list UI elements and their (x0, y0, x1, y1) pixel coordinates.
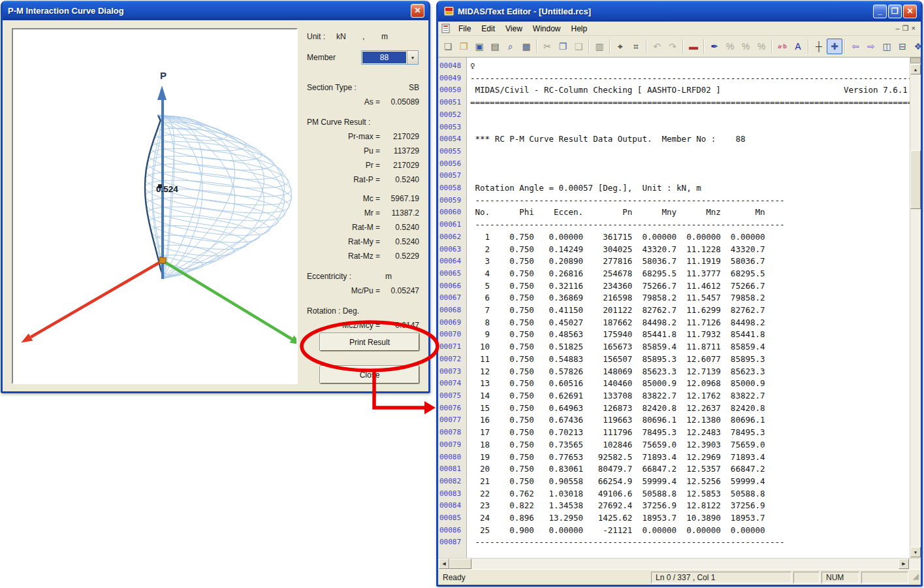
unit-value-length: m (381, 32, 388, 41)
mdi-minimize-icon[interactable]: – (896, 24, 900, 33)
member-combobox[interactable]: 88 ▼ (361, 50, 419, 65)
section-heading: PM Curve Result : (307, 118, 370, 127)
scroll-up-icon[interactable]: ▲ (910, 64, 921, 74)
print-icon[interactable]: ▤ (487, 39, 503, 54)
close-button[interactable]: Close (320, 366, 419, 384)
menu-view[interactable]: View (500, 23, 528, 35)
print-result-button[interactable]: Print Result (320, 333, 419, 351)
line-number: 00056 (439, 158, 466, 171)
ab-icon[interactable]: a·b (774, 39, 790, 54)
editor-line: 1 0.750 0.00000 361715 0.00000 0.00000 0… (470, 231, 910, 244)
menu-edit[interactable]: Edit (476, 23, 500, 35)
percent-1-icon[interactable]: % (722, 39, 738, 54)
editor-line: 25 0.900 0.00000 -21121 0.00000 0.00000 … (470, 525, 910, 537)
font-icon[interactable]: A (790, 39, 806, 54)
horizontal-scroll-thumb[interactable] (449, 559, 471, 569)
resize-grip[interactable]: ◢ (910, 572, 919, 583)
editor-titlebar[interactable]: MIDAS/Text Editor - [Untitled.rcs] _ ❐ ✕ (438, 1, 921, 22)
status-pane-empty-2 (861, 572, 908, 583)
redo-icon[interactable]: ↷ (665, 39, 680, 54)
print-preview-icon[interactable]: ⌕ (503, 39, 518, 54)
split-horizontal-icon[interactable]: ⊟ (895, 39, 910, 54)
editor-menubar: FileEditViewWindowHelp –❐× (438, 22, 921, 36)
toolbar-separator (609, 39, 611, 54)
paste-icon[interactable]: ❑ (571, 39, 586, 54)
scroll-right-icon[interactable]: ▶ (899, 559, 909, 569)
editor-line: 21 0.750 0.90558 66254.9 59999.4 12.5256… (470, 476, 910, 488)
cut-icon[interactable]: ✂ (539, 39, 555, 54)
open-icon[interactable]: ❒ (456, 39, 471, 54)
result-value: 217029 (380, 161, 422, 170)
line-number: 00065 (439, 268, 466, 280)
menu-window[interactable]: Window (528, 23, 566, 35)
menu-file[interactable]: File (453, 23, 476, 35)
line-number: 00069 (439, 317, 466, 329)
dialog-titlebar[interactable]: P-M Interaction Curve Dialog ✕ (3, 1, 428, 20)
line-number: 00063 (439, 244, 466, 256)
result-label: Section Type : (300, 83, 380, 92)
ratio-point-label: 0.524 (156, 184, 178, 194)
percent-2-icon[interactable]: % (738, 39, 754, 54)
line-number: 00076 (439, 402, 466, 415)
cursor-position: Ln 0 / 337 , Col 1 (651, 572, 791, 583)
window-prev-icon[interactable]: ⇦ (848, 39, 863, 54)
split-vertical-icon[interactable]: ◫ (879, 39, 895, 54)
window-next-icon[interactable]: ⇨ (863, 39, 879, 54)
result-value: 0.5240 (380, 237, 422, 246)
scroll-down-icon[interactable]: ▼ (910, 547, 921, 557)
find-next-icon[interactable]: ⌗ (628, 39, 644, 54)
save-block-icon[interactable]: ▥ (592, 39, 607, 54)
editor-line: ----------------------------------------… (470, 219, 910, 231)
line-number: 00048 (439, 60, 466, 73)
editor-line: 9 0.750 0.48563 175940 85441.8 11.7932 8… (470, 329, 910, 341)
chevron-down-icon[interactable]: ▼ (407, 51, 418, 64)
pan-icon[interactable]: ✚ (827, 39, 842, 54)
result-label: Pr = (300, 161, 380, 170)
close-icon[interactable]: ✕ (903, 5, 917, 18)
ink-icon[interactable]: ✒ (707, 39, 722, 54)
result-value: 0.05089 (380, 97, 422, 106)
find-icon[interactable]: ⌖ (613, 39, 628, 54)
mdi-close-icon[interactable]: × (912, 24, 916, 33)
compare-icon[interactable]: ▬ (686, 39, 701, 54)
toolbar-separator (703, 39, 705, 54)
mdi-restore-icon[interactable]: ❐ (902, 24, 909, 33)
editor-line: 7 0.750 0.41150 201122 82762.7 11.6299 8… (470, 304, 910, 317)
pm-curve-plot[interactable]: 0.524P (12, 28, 298, 384)
cascade-icon[interactable]: ❖ (910, 39, 924, 54)
minimize-icon[interactable]: _ (873, 5, 887, 18)
line-number: 00058 (439, 182, 466, 195)
result-label: Rat-My = (300, 237, 380, 246)
page-setup-icon[interactable]: ▦ (518, 39, 534, 54)
undo-icon[interactable]: ↶ (649, 39, 665, 54)
caret-icon[interactable]: ┼ (811, 39, 827, 54)
copy-icon[interactable]: ❐ (555, 39, 571, 54)
percent-3-icon[interactable]: % (754, 39, 769, 54)
editor-line: ♀ (470, 60, 910, 73)
editor-line: 17 0.750 0.70213 111796 78495.3 12.2483 … (470, 427, 910, 439)
result-row: Rat-P =0.5240 (300, 172, 428, 187)
line-number: 00084 (439, 500, 466, 512)
dialog-close-icon[interactable]: ✕ (411, 4, 424, 18)
splitter-handle[interactable] (910, 57, 921, 63)
axis-x-line (31, 261, 163, 337)
editor-toolbar: ❏❒▣▤⌕▦✂❐❑▥⌖⌗↶↷▬✒%%%a·bA┼✚⇦⇨◫⊟❖? (438, 36, 921, 57)
status-pane-empty-1 (793, 572, 820, 583)
editor-line: 8 0.750 0.45027 187662 84498.2 11.7126 8… (470, 317, 910, 329)
scroll-left-icon[interactable]: ◀ (439, 559, 449, 569)
result-row: Pr-max =217029 (300, 129, 428, 144)
vertical-scrollbar[interactable]: ▲ ▼ (910, 57, 921, 558)
editor-text-area[interactable]: ♀---------------------------------------… (467, 57, 910, 558)
vertical-scroll-thumb[interactable] (910, 150, 921, 209)
line-number: 00087 (439, 536, 466, 549)
menu-help[interactable]: Help (566, 23, 593, 35)
save-icon[interactable]: ▣ (471, 39, 487, 54)
result-value: 0.05247 (380, 286, 422, 295)
restore-icon[interactable]: ❐ (888, 5, 902, 18)
new-icon[interactable]: ❏ (440, 39, 456, 54)
horizontal-scrollbar[interactable]: ◀ ▶ (438, 558, 921, 569)
result-row: Rat-Mz =0.5229 (300, 249, 428, 263)
editor-line: 11 0.750 0.54883 156507 85895.3 12.6077 … (470, 353, 910, 366)
line-number: 00074 (439, 378, 466, 390)
editor-line: No. Phi Eccen. Pn Mny Mnz Mn (470, 206, 910, 219)
